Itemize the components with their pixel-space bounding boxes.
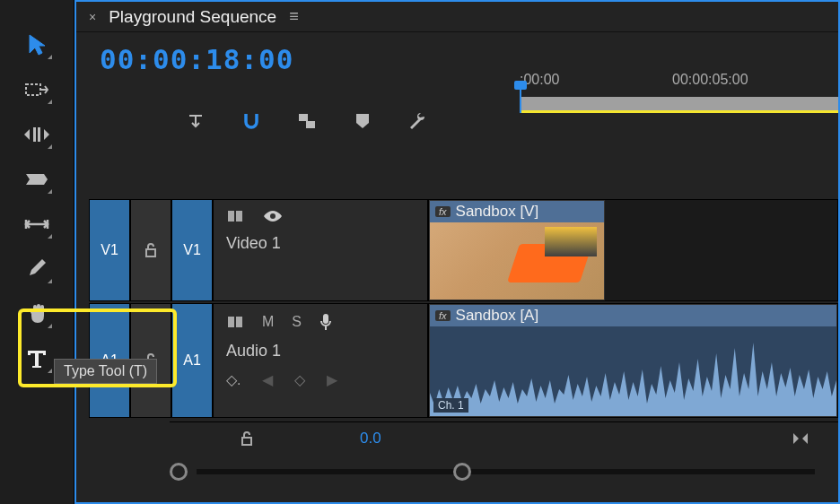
video-clip-sandbox[interactable]: fx Sandbox [V]: [429, 200, 605, 300]
toggle-track-output-icon[interactable]: [262, 209, 284, 223]
panel-menu-icon[interactable]: ≡: [289, 7, 299, 26]
audio-level-value[interactable]: 0.0: [360, 430, 381, 448]
ripple-edit-tool[interactable]: [20, 118, 54, 151]
source-patch-v1[interactable]: V1: [89, 199, 130, 301]
audio-waveform: Ch. 1: [430, 326, 836, 416]
hand-tool[interactable]: [20, 298, 54, 330]
panel-header: × Playground Sequence ≡: [76, 2, 838, 32]
clip-label: Sandbox [V]: [456, 203, 539, 221]
video-track-v1: V1 V1 Video 1 fx Sandbox [V]: [76, 199, 838, 301]
voiceover-mic-icon[interactable]: [319, 313, 332, 331]
svg-rect-10: [146, 249, 155, 256]
audio-track-a1: A1 A1 M S Audio 1 ◇. ◀ ◇ ▶: [76, 303, 838, 418]
fx-badge-icon[interactable]: fx: [435, 206, 451, 217]
playhead-timecode[interactable]: 00:00:18:00: [76, 32, 838, 75]
svg-rect-2: [38, 127, 40, 142]
clip-label: Sandbox [A]: [456, 307, 539, 325]
playhead-indicator[interactable]: [520, 88, 521, 113]
timeline-settings-row: [184, 109, 430, 133]
type-tool-tooltip: Type Tool (T): [54, 359, 157, 384]
ruler-tick: 00:00:05:00: [672, 72, 748, 88]
svg-point-13: [270, 213, 276, 219]
pen-tool[interactable]: [20, 253, 54, 285]
svg-rect-8: [299, 114, 308, 121]
svg-rect-16: [236, 317, 242, 327]
clip-thumbnail: [430, 222, 604, 300]
svg-rect-17: [323, 314, 328, 324]
linked-selection-icon[interactable]: [295, 109, 319, 133]
track-header-v1: Video 1: [213, 199, 428, 301]
svg-rect-0: [26, 84, 40, 95]
solo-button[interactable]: S: [292, 314, 302, 330]
sync-lock-icon[interactable]: [226, 209, 244, 223]
svg-rect-19: [242, 438, 251, 445]
marker-icon[interactable]: [351, 109, 374, 133]
zoom-scrollbar[interactable]: [170, 461, 824, 482]
channel-label: Ch. 1: [433, 398, 468, 413]
target-track-a1[interactable]: A1: [171, 303, 213, 418]
selection-tool[interactable]: [20, 29, 54, 61]
lock-all-icon[interactable]: [240, 430, 254, 447]
audio-clip-sandbox[interactable]: fx Sandbox [A] Ch. 1: [429, 304, 837, 417]
scroll-track[interactable]: [197, 469, 815, 474]
zoom-handle-left[interactable]: [170, 463, 188, 481]
timeline-bottom-bar: 0.0: [170, 421, 838, 454]
collapse-icon[interactable]: [792, 431, 809, 446]
track-header-a1: M S Audio 1 ◇. ◀ ◇ ▶: [213, 303, 428, 418]
razor-tool[interactable]: [20, 163, 54, 196]
snap-icon[interactable]: [240, 109, 263, 133]
slip-tool[interactable]: [20, 208, 54, 240]
target-track-v1[interactable]: V1: [171, 199, 213, 301]
zoom-handle-right[interactable]: [453, 463, 471, 481]
ruler-bar[interactable]: [520, 97, 838, 111]
add-keyframe-icon[interactable]: ◇: [294, 371, 305, 388]
wrench-settings-icon[interactable]: [407, 109, 430, 133]
track-lane-v1[interactable]: fx Sandbox [V]: [428, 199, 838, 301]
svg-rect-9: [306, 121, 315, 128]
svg-rect-1: [33, 127, 36, 142]
timeline-panel: × Playground Sequence ≡ 00:00:18:00 :00:…: [74, 0, 840, 504]
track-select-tool[interactable]: [20, 74, 54, 106]
track-lock-v1[interactable]: [130, 199, 171, 301]
svg-rect-11: [228, 211, 234, 222]
time-ruler[interactable]: :00:00 00:00:05:00 00:0: [520, 72, 838, 104]
svg-rect-12: [236, 211, 242, 222]
mute-button[interactable]: M: [262, 314, 274, 330]
next-keyframe-icon[interactable]: ▶: [327, 371, 337, 388]
track-name-a1: Audio 1: [226, 342, 415, 361]
track-lane-a1[interactable]: fx Sandbox [A] Ch. 1: [428, 303, 838, 418]
close-panel-icon[interactable]: ×: [89, 10, 96, 24]
svg-rect-15: [228, 317, 234, 327]
prev-keyframe-icon[interactable]: ◀: [262, 371, 273, 388]
sequence-name[interactable]: Playground Sequence: [109, 7, 276, 27]
fx-badge-icon[interactable]: fx: [435, 310, 451, 321]
keyframe-diamond-icon[interactable]: ◇.: [226, 371, 241, 388]
track-name-v1: Video 1: [226, 234, 415, 253]
sync-lock-icon[interactable]: [226, 315, 244, 329]
tools-sidebar: [0, 0, 74, 504]
insert-overwrite-icon[interactable]: [184, 109, 207, 133]
type-tool[interactable]: [20, 343, 54, 375]
